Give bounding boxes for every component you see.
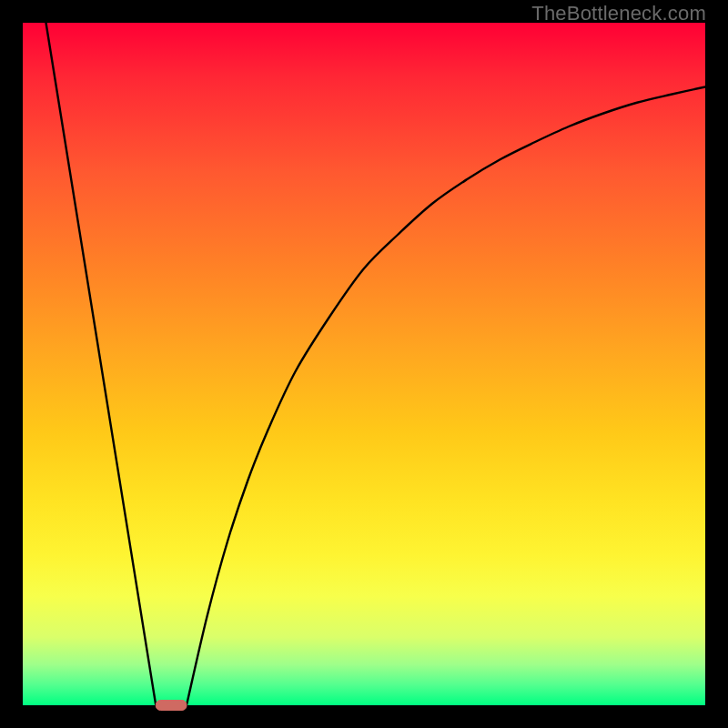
watermark-text: TheBottleneck.com xyxy=(531,2,706,25)
dip-marker xyxy=(156,701,187,711)
chart-frame: TheBottleneck.com xyxy=(0,0,728,728)
curve-left-branch xyxy=(46,23,157,705)
curve-right-branch xyxy=(187,87,705,706)
chart-svg xyxy=(0,0,728,728)
curve-group xyxy=(46,23,706,705)
